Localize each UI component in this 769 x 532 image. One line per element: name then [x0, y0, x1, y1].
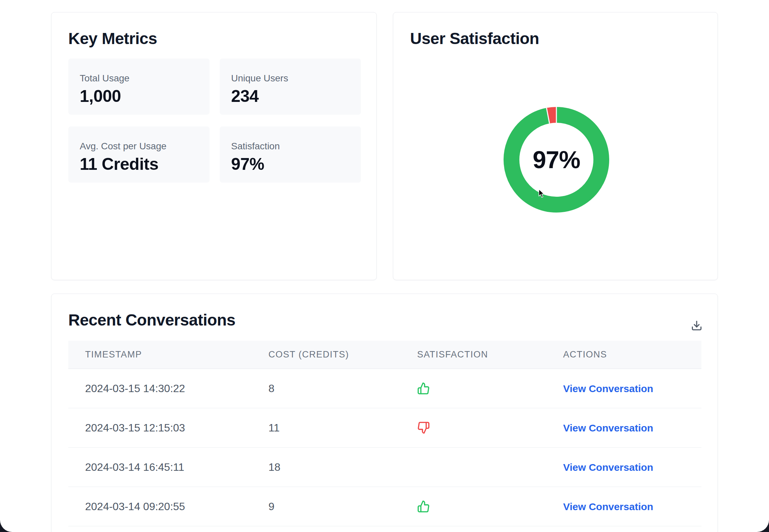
- column-header-actions: ACTIONS: [563, 349, 701, 360]
- screen: Key Metrics Total Usage 1,000 Unique Use…: [0, 0, 769, 532]
- timestamp-cell: 2024-03-15 12:15:03: [68, 422, 268, 434]
- satisfaction-donut-chart: 97%: [503, 106, 610, 214]
- stat-value: 97%: [231, 155, 350, 174]
- table-row: 2024-03-14 16:45:11 18 View Conversation: [68, 448, 701, 487]
- stat-value: 11 Credits: [80, 155, 198, 174]
- thumbs-down-icon: [417, 421, 430, 434]
- view-conversation-link[interactable]: View Conversation: [563, 501, 653, 512]
- stat-satisfaction: Satisfaction 97%: [220, 126, 361, 183]
- download-icon[interactable]: [690, 319, 703, 332]
- stat-total-usage: Total Usage 1,000: [68, 59, 210, 115]
- download-icon-glyph: [691, 320, 702, 331]
- view-conversation-link[interactable]: View Conversation: [563, 462, 653, 473]
- key-metrics-grid: Total Usage 1,000 Unique Users 234 Avg. …: [68, 59, 361, 183]
- view-conversation-link[interactable]: View Conversation: [563, 383, 653, 394]
- table-row: 2024-03-15 14:30:22 8 View Conversation: [68, 369, 701, 408]
- column-header-satisfaction: SATISFACTION: [417, 349, 563, 360]
- key-metrics-title: Key Metrics: [68, 29, 157, 48]
- cost-cell: 11: [268, 422, 417, 434]
- thumbs-up-icon: [417, 382, 430, 395]
- recent-conversations-card: Recent Conversations TIMESTAMP COST (CRE…: [51, 294, 718, 532]
- timestamp-cell: 2024-03-15 14:30:22: [68, 382, 268, 395]
- stat-unique-users: Unique Users 234: [220, 59, 361, 115]
- timestamp-cell: 2024-03-14 09:20:55: [68, 500, 268, 513]
- satisfaction-cell: [417, 421, 563, 434]
- column-header-timestamp: TIMESTAMP: [68, 349, 268, 360]
- timestamp-cell: 2024-03-14 16:45:11: [68, 461, 268, 473]
- cost-cell: 9: [268, 500, 417, 513]
- dashboard-page: Key Metrics Total Usage 1,000 Unique Use…: [0, 0, 769, 532]
- satisfaction-cell: [417, 500, 563, 513]
- stat-label: Satisfaction: [231, 141, 350, 152]
- stat-value: 234: [231, 87, 350, 106]
- stat-avg-cost: Avg. Cost per Usage 11 Credits: [68, 126, 210, 183]
- stat-label: Avg. Cost per Usage: [80, 141, 198, 152]
- stat-label: Unique Users: [231, 73, 350, 84]
- stat-label: Total Usage: [80, 73, 198, 84]
- table-row: 2024-03-15 12:15:03 11 View Conversation: [68, 408, 701, 448]
- user-satisfaction-card: User Satisfaction 97%: [393, 12, 718, 280]
- donut-center-label: 97%: [503, 106, 610, 214]
- key-metrics-card: Key Metrics Total Usage 1,000 Unique Use…: [51, 12, 377, 280]
- view-conversation-link[interactable]: View Conversation: [563, 422, 653, 433]
- recent-conversations-title: Recent Conversations: [68, 311, 235, 329]
- stat-value: 1,000: [80, 87, 198, 106]
- column-header-cost: COST (CREDITS): [268, 349, 417, 360]
- user-satisfaction-title: User Satisfaction: [410, 29, 539, 48]
- thumbs-up-icon: [417, 500, 430, 513]
- cost-cell: 8: [268, 382, 417, 395]
- conversations-table: TIMESTAMP COST (CREDITS) SATISFACTION AC…: [68, 341, 701, 526]
- satisfaction-cell: [417, 382, 563, 395]
- table-row: 2024-03-14 09:20:55 9 View Conversation: [68, 487, 701, 526]
- cost-cell: 18: [268, 461, 417, 473]
- table-header-row: TIMESTAMP COST (CREDITS) SATISFACTION AC…: [68, 341, 701, 369]
